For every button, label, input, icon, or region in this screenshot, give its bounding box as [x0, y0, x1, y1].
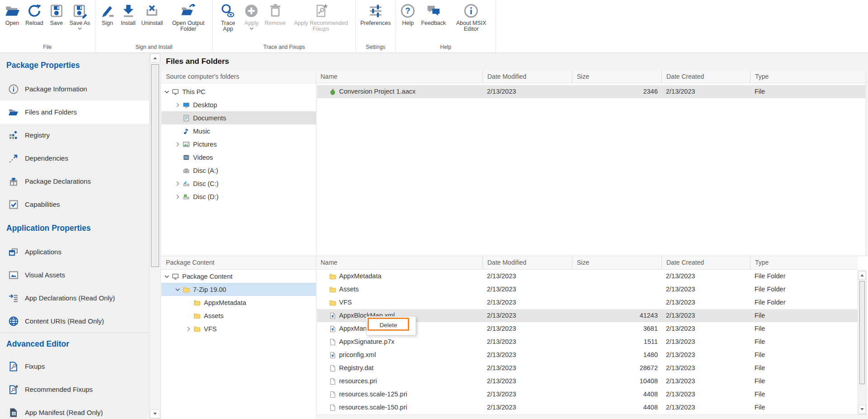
chevron-right-icon[interactable] [185, 325, 192, 333]
chevron-down-icon[interactable] [163, 88, 170, 95]
chevron-down-icon[interactable] [163, 273, 170, 280]
ribbon-group-label: Sign and Install [95, 43, 213, 52]
tree-item-label: Desktop [193, 101, 217, 109]
chevron-down-icon[interactable] [78, 27, 82, 30]
column-header-name[interactable]: Name [317, 256, 482, 269]
table-row-appxmetadata[interactable]: AppxMetadata2/13/20232/13/2023File Folde… [317, 270, 858, 283]
sidebar-item-package-information[interactable]: Package Information [0, 77, 149, 100]
tree-item-package-content[interactable]: Package Content [161, 270, 316, 283]
uninstall-icon [144, 3, 160, 19]
recommended-fixups-icon [313, 3, 329, 19]
tree-item-disc-c[interactable]: Disc (C:) [161, 177, 316, 190]
tree-item-assets[interactable]: Assets [161, 309, 316, 322]
table-row-conversion-project-1-aacx[interactable]: Conversion Project 1.aacx2/13/202323462/… [317, 85, 865, 98]
about-msix-editor-button[interactable]: About MSIX Editor [448, 3, 494, 32]
preferences-button[interactable]: Preferences [358, 3, 393, 26]
sidebar-item-applications[interactable]: Applications [0, 240, 149, 263]
chevron-placeholder [185, 299, 192, 306]
column-header-size[interactable]: Size [572, 256, 661, 269]
sidebar-item-fixups[interactable]: Fixups [0, 355, 149, 378]
sidebar-scrollbar[interactable] [149, 53, 161, 419]
chevron-right-icon[interactable] [174, 193, 181, 200]
column-header-type[interactable]: Type [750, 70, 865, 83]
scroll-up-button[interactable] [150, 54, 160, 62]
file-name-cell: AppxSignature.p7x [317, 335, 482, 348]
uninstall-button[interactable]: Uninstall [139, 3, 166, 26]
tree-item-vfs[interactable]: VFS [161, 322, 316, 335]
scroll-down-button[interactable] [859, 405, 866, 414]
tree-item-label: Assets [204, 312, 224, 319]
tree-item-disc-d[interactable]: Disc (D:) [161, 190, 316, 203]
chevron-right-icon[interactable] [174, 141, 181, 148]
chevron-down-icon[interactable] [174, 286, 181, 293]
sidebar-item-label: Package Information [25, 85, 87, 93]
sidebar-item-registry[interactable]: Registry [0, 124, 149, 147]
save-button[interactable]: Save [46, 3, 67, 26]
scrollbar-thumb[interactable] [859, 281, 865, 384]
tree-item-desktop[interactable]: Desktop [161, 98, 316, 111]
scroll-up-button[interactable] [859, 271, 866, 280]
tree-indent [161, 289, 174, 290]
scroll-down-button[interactable] [150, 409, 160, 418]
table-row-resources-scale-150-pri[interactable]: resources.scale-150.pri2/13/202344082/13… [317, 401, 858, 414]
tree-item-documents[interactable]: Documents [161, 111, 316, 124]
ribbon-group-trace-and-fixups: Trace AppApplyRemoveApply Recommended Fi… [213, 0, 356, 52]
date-modified-cell: 2/13/2023 [482, 85, 572, 98]
table-row-assets[interactable]: Assets2/13/20232/13/2023File Folder [317, 283, 858, 296]
sidebar-item-content-uris-read-only[interactable]: Content URIs (Read Only) [0, 309, 149, 333]
open-output-folder-button[interactable]: Open Output Folder [165, 3, 211, 32]
info-circle-icon [8, 84, 19, 95]
sign-button[interactable]: Sign [97, 3, 118, 26]
tree-item-music[interactable]: Music [161, 124, 316, 138]
package-table-scrollbar[interactable] [858, 270, 867, 414]
install-button[interactable]: Install [118, 3, 139, 26]
trace-app-button[interactable]: Trace App [215, 3, 241, 32]
column-header-type[interactable]: Type [750, 256, 858, 269]
tree-item-appxmetadata[interactable]: AppxMetadata [161, 296, 316, 309]
context-menu-item-delete[interactable]: Delete [368, 318, 409, 331]
tree-item-videos[interactable]: Videos [161, 151, 316, 164]
chevron-right-icon[interactable] [174, 101, 181, 109]
sidebar-item-dependencies[interactable]: Dependencies [0, 147, 149, 170]
ribbon-button-label: Sign [102, 20, 113, 26]
column-header-name[interactable]: Name [317, 70, 482, 83]
save-as-button[interactable]: Save As [67, 3, 93, 30]
file-name-label: Assets [339, 283, 359, 296]
column-header-date-modified[interactable]: Date Modified [482, 256, 572, 269]
table-row-resources-scale-125-pri[interactable]: resources.scale-125.pri2/13/202344082/13… [317, 388, 858, 401]
table-row-priconfig-xml[interactable]: priconfig.xml2/13/202314802/13/2023File [317, 348, 858, 362]
dependencies-icon [8, 153, 19, 164]
sidebar-item-label: Package Declarations [25, 177, 91, 185]
reload-button[interactable]: Reload [23, 3, 46, 26]
column-header-date-created[interactable]: Date Created [661, 70, 750, 83]
sidebar-item-package-declarations[interactable]: Package Declarations [0, 170, 149, 193]
tree-item-pictures[interactable]: Pictures [161, 138, 316, 151]
column-header-size[interactable]: Size [572, 70, 661, 83]
tree-item-this-pc[interactable]: This PC [161, 85, 316, 98]
column-header-date-modified[interactable]: Date Modified [482, 70, 572, 83]
date-modified-cell: 2/13/2023 [482, 362, 572, 375]
feedback-button[interactable]: Feedback [418, 3, 448, 26]
ribbon-button-label: Open Output Folder [168, 20, 208, 32]
scrollbar-thumb[interactable] [151, 64, 159, 267]
table-row-resources-pri[interactable]: resources.pri2/13/2023104082/13/2023File [317, 375, 858, 388]
tree-item-7-zip-19-00[interactable]: 7-Zip 19.00 [161, 283, 316, 296]
file-name-cell: resources.scale-150.pri [317, 401, 482, 414]
table-row-appxsignature-p7x[interactable]: AppxSignature.p7x2/13/202315112/13/2023F… [317, 335, 858, 348]
sidebar-item-files-and-folders[interactable]: Files and Folders [0, 100, 149, 124]
sidebar-item-visual-assets[interactable]: Visual Assets [0, 263, 149, 286]
chevron-right-icon[interactable] [174, 180, 181, 187]
table-row-vfs[interactable]: VFS2/13/20232/13/2023File Folder [317, 296, 858, 309]
file-name-cell: Conversion Project 1.aacx [317, 85, 482, 98]
column-header-date-created[interactable]: Date Created [661, 256, 750, 269]
sidebar-item-app-declarations-read-only[interactable]: App Declarations (Read Only) [0, 286, 149, 309]
help-button[interactable]: ?Help [397, 3, 418, 26]
floppy-drive-icon [183, 167, 190, 174]
horizontal-scrollbar[interactable] [317, 414, 868, 419]
sidebar-item-recommended-fixups[interactable]: Recommended Fixups [0, 378, 149, 401]
open-button[interactable]: Open [2, 3, 23, 26]
sidebar-item-capabilities[interactable]: Capabilities [0, 193, 149, 216]
table-row-registry-dat[interactable]: Registry.dat2/13/2023286722/13/2023File [317, 362, 858, 375]
tree-item-disc-a[interactable]: Disc (A:) [161, 164, 316, 177]
sidebar-item-app-manifest-read-only[interactable]: App Manifest (Read Only) [0, 401, 149, 419]
